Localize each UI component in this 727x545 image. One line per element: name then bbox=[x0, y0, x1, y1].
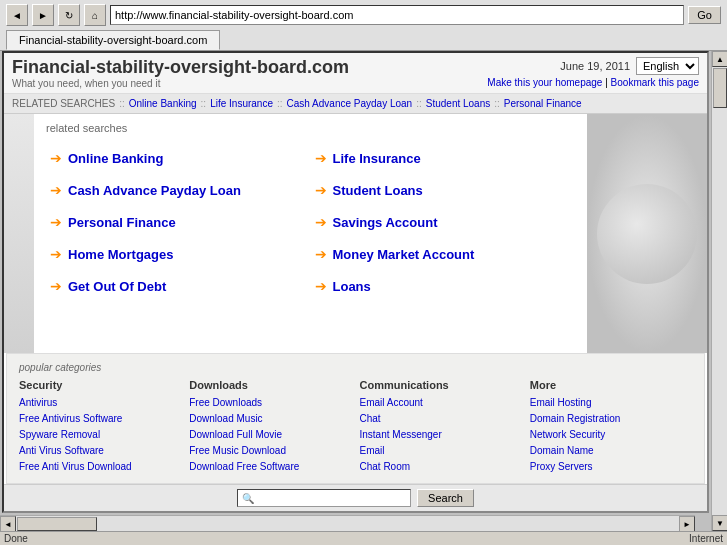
category-heading-security: Security bbox=[19, 379, 181, 391]
arrow-icon: ➔ bbox=[315, 214, 327, 230]
link-student-loans[interactable]: Student Loans bbox=[333, 183, 423, 198]
link-personal-finance[interactable]: Personal Finance bbox=[68, 215, 176, 230]
cat-link[interactable]: Email Account bbox=[360, 395, 522, 411]
arrow-icon: ➔ bbox=[50, 214, 62, 230]
list-item: ➔ Cash Advance Payday Loan bbox=[46, 174, 311, 206]
link-online-banking[interactable]: Online Banking bbox=[68, 151, 163, 166]
cat-link[interactable]: Download Full Movie bbox=[189, 427, 351, 443]
arrow-icon: ➔ bbox=[50, 246, 62, 262]
home-button[interactable]: ⌂ bbox=[84, 4, 106, 26]
cat-link[interactable]: Chat Room bbox=[360, 459, 522, 475]
category-heading-more: More bbox=[530, 379, 692, 391]
arrow-icon: ➔ bbox=[50, 278, 62, 294]
cat-link[interactable]: Download Music bbox=[189, 411, 351, 427]
cat-link[interactable]: Proxy Servers bbox=[530, 459, 692, 475]
active-tab[interactable]: Financial-stability-oversight-board.com bbox=[6, 30, 220, 50]
language-select[interactable]: English bbox=[636, 57, 699, 75]
forward-button[interactable]: ► bbox=[32, 4, 54, 26]
related-searches-label: RELATED SEARCHES bbox=[12, 98, 115, 109]
scrollbar-thumb-v[interactable] bbox=[713, 68, 727, 108]
list-item: ➔ Loans bbox=[311, 270, 576, 302]
scrollbar-track-v bbox=[712, 67, 727, 515]
arrow-icon: ➔ bbox=[50, 182, 62, 198]
list-item: ➔ Savings Account bbox=[311, 206, 576, 238]
cat-link[interactable]: Free Music Download bbox=[189, 443, 351, 459]
cat-link[interactable]: Free Antivirus Software bbox=[19, 411, 181, 427]
cat-link[interactable]: Spyware Removal bbox=[19, 427, 181, 443]
category-more: More Email Hosting Domain Registration N… bbox=[530, 379, 692, 475]
category-heading-communications: Communications bbox=[360, 379, 522, 391]
refresh-button[interactable]: ↻ bbox=[58, 4, 80, 26]
cat-link[interactable]: Domain Name bbox=[530, 443, 692, 459]
list-item: ➔ Life Insurance bbox=[311, 142, 576, 174]
scroll-down-button[interactable]: ▼ bbox=[712, 515, 727, 531]
address-bar[interactable] bbox=[110, 5, 684, 25]
arrow-icon: ➔ bbox=[315, 150, 327, 166]
related-searches-heading: related searches bbox=[46, 122, 575, 134]
go-button[interactable]: Go bbox=[688, 6, 721, 24]
list-item: ➔ Get Out Of Debt bbox=[46, 270, 311, 302]
cat-link[interactable]: Free Anti Virus Download bbox=[19, 459, 181, 475]
arrow-icon: ➔ bbox=[315, 246, 327, 262]
link-loans[interactable]: Loans bbox=[333, 279, 371, 294]
search-input[interactable] bbox=[256, 492, 406, 504]
vertical-scrollbar[interactable]: ▲ ▼ bbox=[711, 51, 727, 531]
search-box: 🔍 bbox=[237, 489, 411, 507]
cat-link[interactable]: Download Free Software bbox=[189, 459, 351, 475]
link-get-out-of-debt[interactable]: Get Out Of Debt bbox=[68, 279, 166, 294]
category-communications: Communications Email Account Chat Instan… bbox=[360, 379, 522, 475]
cat-link[interactable]: Email Hosting bbox=[530, 395, 692, 411]
link-money-market[interactable]: Money Market Account bbox=[333, 247, 475, 262]
nav-link-personal-finance[interactable]: Personal Finance bbox=[504, 98, 582, 109]
list-item: ➔ Online Banking bbox=[46, 142, 311, 174]
nav-link-cash-advance[interactable]: Cash Advance Payday Loan bbox=[287, 98, 413, 109]
scrollbar-thumb[interactable] bbox=[17, 517, 97, 531]
right-decoration bbox=[587, 114, 707, 353]
search-icon: 🔍 bbox=[242, 493, 254, 504]
list-item: ➔ Personal Finance bbox=[46, 206, 311, 238]
nav-link-online-banking[interactable]: Online Banking bbox=[129, 98, 197, 109]
cat-link[interactable]: Free Downloads bbox=[189, 395, 351, 411]
horizontal-scrollbar[interactable]: ◄ ► bbox=[0, 515, 695, 531]
list-item: ➔ Home Mortgages bbox=[46, 238, 311, 270]
scrollbar-track bbox=[16, 516, 679, 531]
link-life-insurance[interactable]: Life Insurance bbox=[333, 151, 421, 166]
nav-link-student-loans[interactable]: Student Loans bbox=[426, 98, 491, 109]
arrow-icon: ➔ bbox=[315, 182, 327, 198]
list-item: ➔ Student Loans bbox=[311, 174, 576, 206]
site-tagline: What you need, when you need it bbox=[12, 78, 349, 89]
link-savings-account[interactable]: Savings Account bbox=[333, 215, 438, 230]
site-title: Financial-stability-oversight-board.com bbox=[12, 57, 349, 78]
link-home-mortgages[interactable]: Home Mortgages bbox=[68, 247, 173, 262]
homepage-link[interactable]: Make this your homepage bbox=[487, 77, 602, 88]
arrow-icon: ➔ bbox=[315, 278, 327, 294]
cat-link[interactable]: Instant Messenger bbox=[360, 427, 522, 443]
status-text: Done bbox=[4, 533, 28, 544]
date-display: June 19, 2011 bbox=[560, 60, 630, 72]
back-button[interactable]: ◄ bbox=[6, 4, 28, 26]
category-heading-downloads: Downloads bbox=[189, 379, 351, 391]
scroll-right-button[interactable]: ► bbox=[679, 516, 695, 531]
bookmark-link[interactable]: Bookmark this page bbox=[611, 77, 699, 88]
cat-link[interactable]: Anti Virus Software bbox=[19, 443, 181, 459]
left-decoration bbox=[4, 114, 34, 353]
cat-link[interactable]: Chat bbox=[360, 411, 522, 427]
nav-link-life-insurance[interactable]: Life Insurance bbox=[210, 98, 273, 109]
search-button[interactable]: Search bbox=[417, 489, 474, 507]
arrow-icon: ➔ bbox=[50, 150, 62, 166]
popular-categories-label: popular categories bbox=[19, 362, 692, 373]
cat-link[interactable]: Antivirus bbox=[19, 395, 181, 411]
category-downloads: Downloads Free Downloads Download Music … bbox=[189, 379, 351, 475]
list-item: ➔ Money Market Account bbox=[311, 238, 576, 270]
cat-link[interactable]: Email bbox=[360, 443, 522, 459]
link-cash-advance[interactable]: Cash Advance Payday Loan bbox=[68, 183, 241, 198]
category-security: Security Antivirus Free Antivirus Softwa… bbox=[19, 379, 181, 475]
cat-link[interactable]: Network Security bbox=[530, 427, 692, 443]
decorative-circle bbox=[597, 184, 697, 284]
scroll-left-button[interactable]: ◄ bbox=[0, 516, 16, 531]
scroll-up-button[interactable]: ▲ bbox=[712, 51, 727, 67]
zone-text: Internet bbox=[689, 533, 723, 544]
cat-link[interactable]: Domain Registration bbox=[530, 411, 692, 427]
